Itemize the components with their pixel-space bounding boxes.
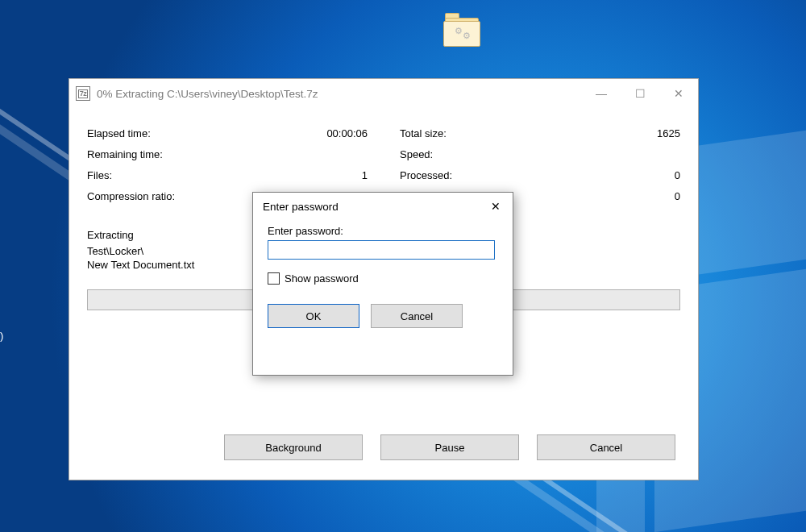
elapsed-time-label: Elapsed time: [87,127,303,139]
show-password-checkbox[interactable] [268,272,280,285]
titlebar[interactable]: 7z 0% Extracting C:\Users\viney\Desktop\… [69,79,698,108]
dialog-close-button[interactable]: ✕ [479,195,513,218]
password-input[interactable] [268,240,495,260]
background-button[interactable]: Background [224,434,363,460]
maximize-button[interactable]: ☐ [621,81,659,106]
extra-value: 0 [616,190,680,202]
gear-icon: ⚙ [463,31,471,41]
ok-button[interactable]: OK [268,304,359,328]
password-prompt: Enter password: [268,225,498,237]
total-size-value: 1625 [616,127,680,139]
cancel-button[interactable]: Cancel [537,434,675,460]
files-label: Files: [87,169,303,181]
processed-value: 0 [616,169,680,181]
speed-label: Speed: [400,148,616,160]
remaining-time-label: Remaining time: [87,148,303,160]
gear-icon: ⚙ [455,26,463,36]
processed-label: Processed: [400,169,616,181]
stray-text: ) [0,330,3,342]
window-title: 0% Extracting C:\Users\viney\Desktop\Tes… [97,88,318,100]
files-value: 1 [303,169,368,181]
password-dialog: Enter password ✕ Enter password: Show pa… [252,192,513,376]
pause-button[interactable]: Pause [380,434,519,460]
dialog-title: Enter password [263,201,339,213]
desktop-folder-icon[interactable]: ⚙ ⚙ [443,16,480,48]
cancel-button-dialog[interactable]: Cancel [371,304,463,328]
total-size-label: Total size: [400,127,616,139]
sevenzip-icon: 7z [76,86,90,101]
elapsed-time-value: 00:00:06 [303,127,368,139]
minimize-button[interactable]: — [582,81,621,106]
desktop: ) ⚙ ⚙ 7z 0% Extracting C:\Users\viney\De… [0,0,806,532]
close-button[interactable]: ✕ [659,81,698,106]
show-password-label: Show password [285,272,359,285]
